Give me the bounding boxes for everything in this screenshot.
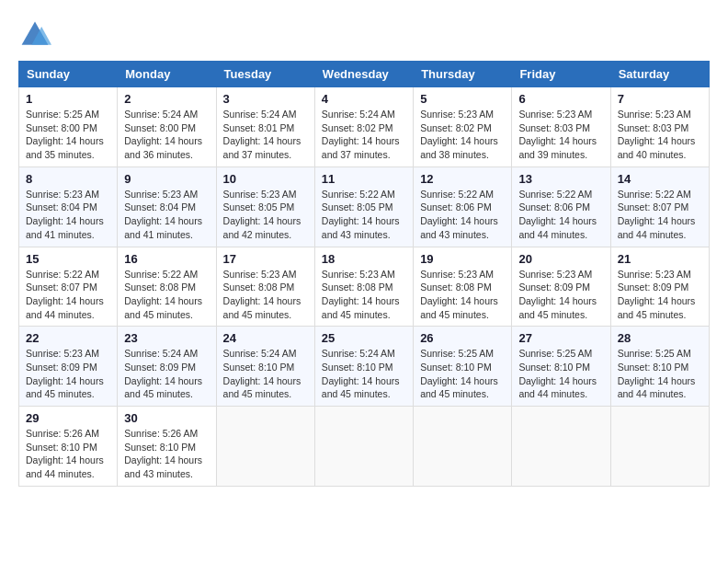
day-info: Sunrise: 5:22 AMSunset: 8:07 PMDaylight:…: [618, 189, 696, 240]
day-number: 27: [518, 331, 603, 345]
day-number: 5: [420, 92, 505, 106]
calendar-cell: 12 Sunrise: 5:22 AMSunset: 8:06 PMDaylig…: [414, 167, 512, 247]
calendar-cell: [610, 407, 709, 487]
day-number: 8: [26, 172, 110, 186]
logo: [18, 18, 57, 52]
day-info: Sunrise: 5:23 AMSunset: 8:08 PMDaylight:…: [420, 269, 498, 320]
day-info: Sunrise: 5:23 AMSunset: 8:09 PMDaylight:…: [618, 269, 696, 320]
weekday-header: Tuesday: [216, 62, 314, 87]
day-number: 30: [124, 411, 209, 425]
calendar-cell: 25 Sunrise: 5:24 AMSunset: 8:10 PMDaylig…: [314, 327, 413, 407]
calendar-cell: 8 Sunrise: 5:23 AMSunset: 8:04 PMDayligh…: [19, 167, 118, 247]
day-number: 18: [322, 252, 406, 266]
calendar-week-row: 29 Sunrise: 5:26 AMSunset: 8:10 PMDaylig…: [19, 407, 710, 487]
weekday-header: Friday: [512, 62, 610, 87]
calendar-cell: 22 Sunrise: 5:23 AMSunset: 8:09 PMDaylig…: [19, 327, 118, 407]
day-number: 21: [618, 252, 702, 266]
calendar-cell: 5 Sunrise: 5:23 AMSunset: 8:02 PMDayligh…: [414, 87, 512, 167]
day-info: Sunrise: 5:25 AMSunset: 8:10 PMDaylight:…: [518, 348, 597, 399]
calendar-cell: 13 Sunrise: 5:22 AMSunset: 8:06 PMDaylig…: [512, 167, 610, 247]
page-header: [18, 18, 710, 52]
day-info: Sunrise: 5:22 AMSunset: 8:06 PMDaylight:…: [420, 189, 498, 240]
calendar-cell: [314, 407, 413, 487]
day-number: 2: [124, 92, 209, 106]
weekday-header: Sunday: [19, 62, 118, 87]
day-info: Sunrise: 5:23 AMSunset: 8:08 PMDaylight:…: [223, 269, 301, 320]
day-number: 28: [618, 331, 702, 345]
day-number: 13: [518, 172, 603, 186]
day-info: Sunrise: 5:24 AMSunset: 8:10 PMDaylight:…: [322, 348, 400, 399]
day-info: Sunrise: 5:23 AMSunset: 8:03 PMDaylight:…: [618, 109, 696, 160]
day-info: Sunrise: 5:24 AMSunset: 8:00 PMDaylight:…: [124, 109, 202, 160]
day-info: Sunrise: 5:23 AMSunset: 8:05 PMDaylight:…: [223, 189, 301, 240]
day-number: 22: [26, 331, 110, 345]
calendar-week-row: 22 Sunrise: 5:23 AMSunset: 8:09 PMDaylig…: [19, 327, 710, 407]
calendar-cell: 3 Sunrise: 5:24 AMSunset: 8:01 PMDayligh…: [216, 87, 314, 167]
calendar-week-row: 15 Sunrise: 5:22 AMSunset: 8:07 PMDaylig…: [19, 247, 710, 327]
calendar-cell: 11 Sunrise: 5:22 AMSunset: 8:05 PMDaylig…: [314, 167, 413, 247]
day-info: Sunrise: 5:24 AMSunset: 8:10 PMDaylight:…: [223, 348, 301, 399]
logo-icon: [18, 18, 51, 52]
day-info: Sunrise: 5:23 AMSunset: 8:09 PMDaylight:…: [518, 269, 597, 320]
day-info: Sunrise: 5:23 AMSunset: 8:04 PMDaylight:…: [26, 189, 104, 240]
day-info: Sunrise: 5:22 AMSunset: 8:06 PMDaylight:…: [518, 189, 597, 240]
calendar-cell: 28 Sunrise: 5:25 AMSunset: 8:10 PMDaylig…: [610, 327, 709, 407]
calendar-cell: 1 Sunrise: 5:25 AMSunset: 8:00 PMDayligh…: [19, 87, 118, 167]
calendar-cell: [414, 407, 512, 487]
day-number: 12: [420, 172, 505, 186]
day-info: Sunrise: 5:23 AMSunset: 8:04 PMDaylight:…: [124, 189, 202, 240]
day-number: 17: [223, 252, 308, 266]
day-number: 6: [518, 92, 603, 106]
calendar-cell: 21 Sunrise: 5:23 AMSunset: 8:09 PMDaylig…: [610, 247, 709, 327]
calendar-cell: [216, 407, 314, 487]
calendar-cell: 4 Sunrise: 5:24 AMSunset: 8:02 PMDayligh…: [314, 87, 413, 167]
day-info: Sunrise: 5:25 AMSunset: 8:10 PMDaylight:…: [618, 348, 696, 399]
weekday-header: Thursday: [414, 62, 512, 87]
calendar-cell: 9 Sunrise: 5:23 AMSunset: 8:04 PMDayligh…: [118, 167, 216, 247]
calendar-cell: 7 Sunrise: 5:23 AMSunset: 8:03 PMDayligh…: [610, 87, 709, 167]
day-number: 26: [420, 331, 505, 345]
day-info: Sunrise: 5:24 AMSunset: 8:02 PMDaylight:…: [322, 109, 400, 160]
day-info: Sunrise: 5:25 AMSunset: 8:10 PMDaylight:…: [420, 348, 498, 399]
day-info: Sunrise: 5:23 AMSunset: 8:09 PMDaylight:…: [26, 348, 104, 399]
calendar-cell: 20 Sunrise: 5:23 AMSunset: 8:09 PMDaylig…: [512, 247, 610, 327]
day-number: 14: [618, 172, 702, 186]
day-number: 9: [124, 172, 209, 186]
weekday-header: Saturday: [610, 62, 709, 87]
day-number: 3: [223, 92, 308, 106]
calendar-cell: 30 Sunrise: 5:26 AMSunset: 8:10 PMDaylig…: [118, 407, 216, 487]
day-info: Sunrise: 5:26 AMSunset: 8:10 PMDaylight:…: [124, 428, 202, 479]
day-number: 1: [26, 92, 110, 106]
calendar-cell: 24 Sunrise: 5:24 AMSunset: 8:10 PMDaylig…: [216, 327, 314, 407]
calendar-week-row: 8 Sunrise: 5:23 AMSunset: 8:04 PMDayligh…: [19, 167, 710, 247]
day-number: 11: [322, 172, 406, 186]
weekday-header-row: SundayMondayTuesdayWednesdayThursdayFrid…: [19, 62, 710, 87]
calendar-cell: 16 Sunrise: 5:22 AMSunset: 8:08 PMDaylig…: [118, 247, 216, 327]
calendar-cell: 23 Sunrise: 5:24 AMSunset: 8:09 PMDaylig…: [118, 327, 216, 407]
day-info: Sunrise: 5:24 AMSunset: 8:01 PMDaylight:…: [223, 109, 301, 160]
weekday-header: Monday: [118, 62, 216, 87]
weekday-header: Wednesday: [314, 62, 413, 87]
calendar-cell: 27 Sunrise: 5:25 AMSunset: 8:10 PMDaylig…: [512, 327, 610, 407]
calendar-cell: 19 Sunrise: 5:23 AMSunset: 8:08 PMDaylig…: [414, 247, 512, 327]
calendar-cell: 18 Sunrise: 5:23 AMSunset: 8:08 PMDaylig…: [314, 247, 413, 327]
day-number: 20: [518, 252, 603, 266]
calendar-cell: 15 Sunrise: 5:22 AMSunset: 8:07 PMDaylig…: [19, 247, 118, 327]
calendar-table: SundayMondayTuesdayWednesdayThursdayFrid…: [18, 61, 710, 487]
day-number: 4: [322, 92, 406, 106]
calendar-cell: 10 Sunrise: 5:23 AMSunset: 8:05 PMDaylig…: [216, 167, 314, 247]
day-info: Sunrise: 5:25 AMSunset: 8:00 PMDaylight:…: [26, 109, 104, 160]
day-number: 15: [26, 252, 110, 266]
calendar-cell: 6 Sunrise: 5:23 AMSunset: 8:03 PMDayligh…: [512, 87, 610, 167]
calendar-week-row: 1 Sunrise: 5:25 AMSunset: 8:00 PMDayligh…: [19, 87, 710, 167]
day-info: Sunrise: 5:24 AMSunset: 8:09 PMDaylight:…: [124, 348, 202, 399]
calendar-cell: 14 Sunrise: 5:22 AMSunset: 8:07 PMDaylig…: [610, 167, 709, 247]
day-number: 25: [322, 331, 406, 345]
day-info: Sunrise: 5:23 AMSunset: 8:08 PMDaylight:…: [322, 269, 400, 320]
day-number: 23: [124, 331, 209, 345]
day-info: Sunrise: 5:23 AMSunset: 8:03 PMDaylight:…: [518, 109, 597, 160]
day-number: 29: [26, 411, 110, 425]
calendar-cell: 29 Sunrise: 5:26 AMSunset: 8:10 PMDaylig…: [19, 407, 118, 487]
day-info: Sunrise: 5:26 AMSunset: 8:10 PMDaylight:…: [26, 428, 104, 479]
day-number: 7: [618, 92, 702, 106]
